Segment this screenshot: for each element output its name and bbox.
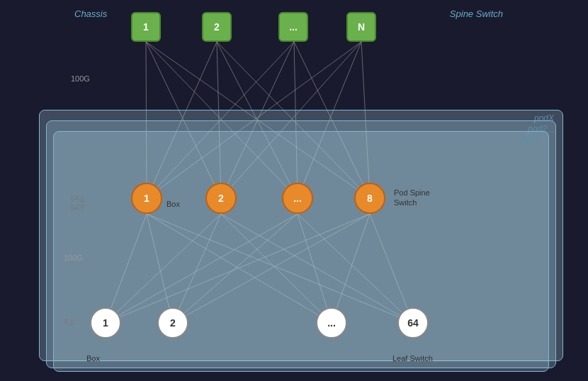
spine-node-1: 1 [131,12,161,42]
diagram-container: podX pod2 pod1 Chassis Spine Switch 100G… [0,0,588,381]
spine-switch-label: Spine Switch [450,8,503,19]
spine-node-ellipsis: ... [278,12,308,42]
leaf-switch-label: Leaf Switch [392,354,433,363]
pod-spine-node-ellipsis: ... [282,183,313,214]
100g-bottom-label: 100G [64,254,83,262]
up-8-label: 8上 [64,317,75,327]
leaf-node-64: 64 [397,307,429,339]
pod-pod1: pod1 [53,131,549,372]
spine-node-n: N [346,12,376,42]
updown-label: 64上 64下 [71,194,86,212]
leaf-node-ellipsis: ... [316,307,347,339]
pod-spine-node-1: 1 [131,183,162,214]
box-bottom-label: Box [86,354,100,363]
100g-top-label: 100G [71,74,90,83]
spine-node-2: 2 [202,12,232,42]
pod-dots-label: ... [546,124,554,135]
chassis-label: Chassis [74,8,107,19]
leaf-node-1: 1 [90,307,121,339]
pod-spine-switch-label: Pod Spine Switch [394,188,430,208]
pod-spine-node-2: 2 [205,183,237,214]
box-middle-label: Box [166,200,180,208]
pod-spine-node-8: 8 [354,183,385,214]
leaf-node-2: 2 [157,307,188,339]
pod1-label: pod1 [521,135,540,144]
